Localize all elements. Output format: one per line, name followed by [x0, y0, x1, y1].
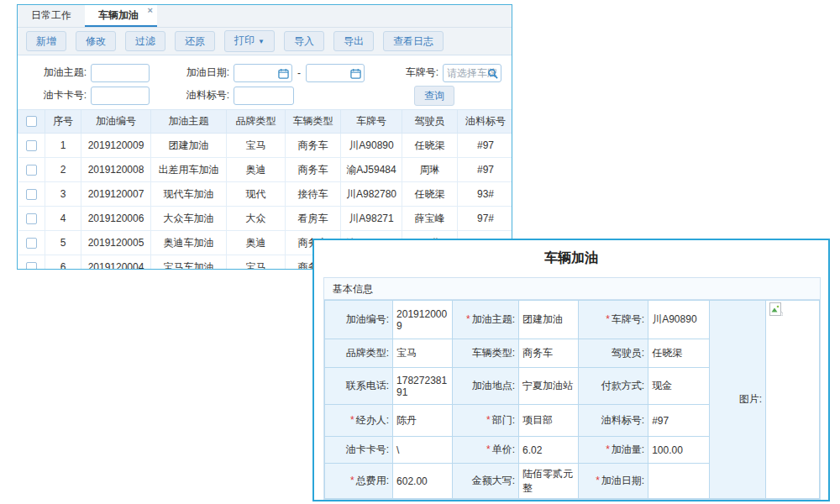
field-value-topic: 团建加油: [519, 301, 579, 339]
cell-vehicle-type: 商务车: [286, 134, 341, 158]
col-header-topic: 加油主题: [151, 110, 227, 134]
row-checkbox[interactable]: [26, 238, 37, 249]
row-checkbox[interactable]: [26, 189, 37, 200]
required-marker: *: [350, 414, 354, 426]
export-button[interactable]: 导出: [333, 31, 374, 51]
import-button[interactable]: 导入: [284, 31, 324, 51]
calendar-icon[interactable]: [350, 68, 361, 79]
chevron-down-icon: ▼: [258, 38, 265, 45]
print-button-label: 打印: [234, 34, 255, 46]
field-label: *加油主题:: [453, 301, 519, 339]
cell-plate[interactable]: 渝AJ59484: [341, 158, 402, 182]
cell-brand: 奥迪: [227, 231, 286, 255]
tab-close-icon[interactable]: ×: [148, 5, 153, 16]
field-label: 金额大写:: [453, 464, 519, 499]
restore-button[interactable]: 还原: [175, 31, 215, 51]
cell-topic[interactable]: 团建加油: [151, 134, 227, 158]
date-label: 加油日期:: [162, 66, 229, 80]
field-value-amount: 100.00: [648, 437, 710, 464]
table-header-row: 序号 加油编号 加油主题 品牌类型 车辆类型 车牌号 驾驶员 油料标号: [18, 110, 513, 134]
cell-topic[interactable]: 出差用车加油: [151, 158, 227, 182]
field-label: 车辆类型:: [453, 339, 519, 368]
row-checkbox[interactable]: [26, 213, 37, 224]
col-header-brand: 品牌类型: [227, 110, 286, 134]
cell-grade: 93#: [458, 182, 513, 207]
cell-brand: 宝马: [227, 134, 286, 158]
field-value-unit-price: 6.02: [519, 437, 579, 464]
cell-refuel-no[interactable]: 2019120004: [81, 255, 151, 270]
cell-vehicle-type: 看房车: [286, 207, 341, 231]
field-label: 付款方式:: [579, 368, 648, 405]
cell-plate[interactable]: 川A98271: [341, 207, 402, 231]
field-value-total-cost: 602.00: [393, 464, 453, 499]
cell-refuel-no[interactable]: 2019120005: [81, 231, 151, 255]
field-value-card-no: \: [393, 437, 453, 464]
cell-plate[interactable]: 川A982780: [341, 182, 402, 207]
cell-driver[interactable]: 任晓渠: [402, 182, 458, 207]
add-button[interactable]: 新增: [26, 31, 66, 51]
col-header-refuel-no: 加油编号: [81, 110, 151, 134]
field-value-department: 项目部: [519, 405, 579, 437]
row-checkbox[interactable]: [26, 140, 37, 151]
cell-refuel-no[interactable]: 2019120007: [81, 182, 151, 207]
date-range-separator: -: [297, 67, 301, 79]
tab-daily-work[interactable]: 日常工作: [18, 5, 85, 27]
cell-index: 6: [45, 255, 81, 270]
cell-index: 2: [45, 158, 81, 182]
query-button[interactable]: 查询: [414, 86, 454, 106]
vehicle-refuel-window: 日常工作 车辆加油 × 新增 修改 过滤 还原 打印▼ 导入 导出 查看日志 加…: [17, 4, 512, 270]
grade-label: 油料标号:: [162, 88, 229, 102]
cell-topic[interactable]: 现代车加油: [151, 182, 227, 207]
cell-vehicle-type: 接待车: [286, 182, 341, 207]
field-value-plate: 川A90890: [648, 301, 710, 339]
plate-label: 车牌号:: [388, 66, 438, 80]
table-row: 1 2019120009 团建加油 宝马 商务车 川A90890 任晓渠 #97: [18, 134, 513, 158]
search-icon[interactable]: [487, 68, 498, 79]
calendar-icon[interactable]: [278, 68, 289, 79]
cell-grade: #97: [458, 134, 513, 158]
card-input[interactable]: [91, 87, 150, 105]
field-value-handler: 陈丹: [393, 405, 453, 437]
image-cell: [766, 301, 820, 499]
required-marker: *: [466, 313, 470, 325]
row-checkbox[interactable]: [26, 165, 37, 176]
filter-button[interactable]: 过滤: [125, 31, 165, 51]
cell-grade: #97: [458, 158, 513, 182]
cell-refuel-no[interactable]: 2019120008: [81, 158, 151, 182]
field-label: *单价:: [453, 437, 519, 464]
select-all-checkbox[interactable]: [26, 116, 37, 127]
cell-topic[interactable]: 奥迪车加油: [151, 231, 227, 255]
card-label: 油卡卡号:: [18, 88, 87, 102]
toolbar: 新增 修改 过滤 还原 打印▼ 导入 导出 查看日志: [18, 28, 512, 55]
grade-input[interactable]: [234, 87, 294, 105]
field-label: *经办人:: [325, 405, 393, 437]
topic-input[interactable]: [91, 64, 150, 82]
field-value-brand: 宝马: [393, 339, 453, 368]
col-header-plate: 车牌号: [341, 110, 402, 134]
field-label: 品牌类型:: [325, 339, 393, 368]
cell-index: 1: [45, 134, 81, 158]
view-log-button[interactable]: 查看日志: [383, 31, 444, 51]
field-label: *加油量:: [579, 437, 648, 464]
cell-topic[interactable]: 宝马车加油: [151, 255, 227, 270]
edit-button[interactable]: 修改: [76, 31, 116, 51]
cell-driver[interactable]: 任晓渠: [402, 134, 458, 158]
basic-info-header: 基本信息: [324, 278, 820, 300]
cell-brand: 宝马: [227, 255, 286, 270]
cell-topic[interactable]: 大众车加油: [151, 207, 227, 231]
print-button[interactable]: 打印▼: [224, 30, 275, 52]
row-checkbox[interactable]: [26, 262, 37, 270]
cell-refuel-no[interactable]: 2019120009: [81, 134, 151, 158]
required-marker: *: [350, 475, 354, 486]
basic-info-group: 基本信息 加油编号: 2019120009 *加油主题: 团建加油 *车牌号: …: [323, 277, 821, 500]
required-marker: *: [606, 444, 610, 455]
tab-vehicle-refuel[interactable]: 车辆加油 ×: [85, 5, 157, 27]
cell-driver[interactable]: 薛宝峰: [402, 207, 458, 231]
broken-image-icon: [769, 302, 783, 316]
cell-plate[interactable]: 川A90890: [341, 134, 402, 158]
cell-refuel-no[interactable]: 2019120006: [81, 207, 151, 231]
field-value-driver: 任晓渠: [648, 339, 710, 368]
col-header-grade: 油料标号: [458, 110, 513, 134]
cell-driver[interactable]: 周琳: [402, 158, 458, 182]
cell-index: 4: [45, 207, 81, 231]
